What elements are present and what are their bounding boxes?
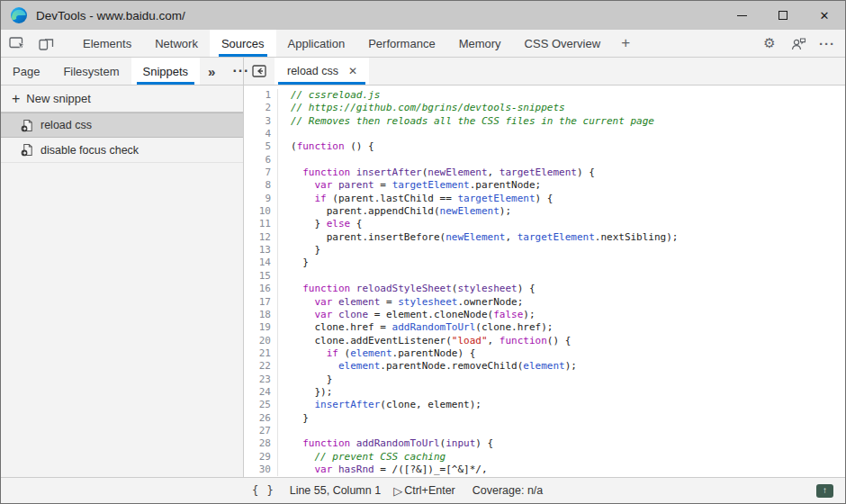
code-line[interactable]: 20 clone.addEventListener("load", functi… bbox=[244, 335, 845, 347]
sidebar-tabs: PageFilesystemSnippets » ··· bbox=[1, 58, 244, 85]
code-line[interactable]: 2// https://github.com/bgrins/devtools-s… bbox=[244, 102, 845, 114]
line-number[interactable]: 13 bbox=[244, 244, 277, 256]
code-line[interactable]: 7 function insertAfter(newElement, targe… bbox=[244, 166, 845, 179]
code-line[interactable]: 5(function () { bbox=[244, 140, 845, 153]
line-number[interactable]: 27 bbox=[244, 425, 277, 437]
line-number[interactable]: 28 bbox=[244, 437, 277, 450]
inspect-element-icon[interactable] bbox=[3, 30, 32, 57]
new-snippet-button[interactable]: + New snippet bbox=[1, 86, 243, 112]
line-number[interactable]: 30 bbox=[244, 464, 277, 476]
more-options-icon[interactable]: ··· bbox=[813, 30, 842, 57]
code-line[interactable]: 16 function reloadStyleSheet(stylesheet)… bbox=[244, 283, 845, 295]
code-line[interactable]: 23 } bbox=[244, 374, 845, 386]
line-number[interactable]: 12 bbox=[244, 231, 277, 244]
line-number[interactable]: 3 bbox=[244, 115, 277, 128]
run-snippet-hint[interactable]: ▷ Ctrl+Enter bbox=[393, 484, 455, 498]
feedback-icon[interactable] bbox=[784, 30, 813, 57]
code-line[interactable]: 26 } bbox=[244, 412, 845, 425]
format-code-button[interactable]: { } bbox=[252, 484, 274, 497]
line-number[interactable]: 14 bbox=[244, 256, 277, 269]
line-number[interactable]: 16 bbox=[244, 283, 277, 295]
code-line[interactable]: 12 parent.insertBefore(newElement, targe… bbox=[244, 231, 845, 244]
sidebar-tab-snippets[interactable]: Snippets bbox=[131, 58, 201, 85]
line-number[interactable]: 19 bbox=[244, 321, 277, 334]
snippets-sidebar: + New snippet reload cssdisable focus ch… bbox=[1, 86, 244, 477]
code-line[interactable]: 28 function addRandomToUrl(input) { bbox=[244, 437, 845, 450]
code-line[interactable]: 24 }); bbox=[244, 386, 845, 399]
more-tabs-chevron-icon[interactable]: » bbox=[200, 58, 223, 85]
code-line[interactable]: 9 if (parent.lastChild == targetElement)… bbox=[244, 193, 845, 205]
line-number[interactable]: 9 bbox=[244, 193, 277, 205]
tab-network[interactable]: Network bbox=[143, 30, 210, 57]
add-panel-icon[interactable]: + bbox=[612, 30, 639, 57]
tab-memory[interactable]: Memory bbox=[447, 30, 513, 57]
close-button[interactable]: ✕ bbox=[804, 1, 845, 30]
code-line[interactable]: 8 var parent = targetElement.parentNode; bbox=[244, 179, 845, 192]
snippet-item-disable-focus-check[interactable]: disable focus check bbox=[1, 138, 243, 163]
window-controls: ✕ bbox=[721, 1, 845, 30]
line-number[interactable]: 26 bbox=[244, 412, 277, 425]
code-line[interactable]: 30 var hasRnd = /([?&])_=[^&]*/, bbox=[244, 464, 845, 476]
sidebar-tab-page[interactable]: Page bbox=[1, 58, 51, 85]
line-number[interactable]: 10 bbox=[244, 205, 277, 218]
gutter-divider bbox=[277, 270, 284, 283]
code-line[interactable]: 6 bbox=[244, 154, 845, 166]
code-line[interactable]: 15 bbox=[244, 270, 845, 283]
code-text: clone.href = addRandomToUrl(clone.href); bbox=[284, 321, 553, 334]
line-number[interactable]: 8 bbox=[244, 179, 277, 192]
code-editor[interactable]: 1// cssreload.js2// https://github.com/b… bbox=[244, 86, 845, 477]
code-line[interactable]: 4 bbox=[244, 128, 845, 140]
line-number[interactable]: 23 bbox=[244, 374, 277, 386]
line-number[interactable]: 7 bbox=[244, 166, 277, 179]
code-line[interactable]: 27 bbox=[244, 425, 845, 437]
tab-performance[interactable]: Performance bbox=[356, 30, 446, 57]
code-line[interactable]: 10 parent.appendChild(newElement); bbox=[244, 205, 845, 218]
tab-sources[interactable]: Sources bbox=[210, 30, 276, 57]
code-line[interactable]: 14 } bbox=[244, 256, 845, 269]
line-number[interactable]: 6 bbox=[244, 154, 277, 166]
code-line[interactable]: 25 insertAfter(clone, element); bbox=[244, 399, 845, 411]
sidebar-tab-filesystem[interactable]: Filesystem bbox=[51, 58, 130, 85]
code-line[interactable]: 13 } bbox=[244, 244, 845, 256]
minimize-button[interactable] bbox=[721, 1, 762, 30]
code-line[interactable]: 18 var clone = element.cloneNode(false); bbox=[244, 309, 845, 321]
code-line[interactable]: 3// Removes then reloads all the CSS fil… bbox=[244, 115, 845, 128]
snippet-item-reload-css[interactable]: reload css bbox=[1, 112, 243, 138]
hide-navigator-icon[interactable] bbox=[244, 58, 274, 85]
editor-tab-reload-css[interactable]: reload css ✕ bbox=[274, 58, 369, 85]
close-tab-icon[interactable]: ✕ bbox=[346, 64, 360, 78]
line-number[interactable]: 22 bbox=[244, 360, 277, 373]
code-line[interactable]: 11 } else { bbox=[244, 218, 845, 230]
code-line[interactable]: 21 if (element.parentNode) { bbox=[244, 347, 845, 360]
line-number[interactable]: 24 bbox=[244, 386, 277, 399]
code-line[interactable]: 22 element.parentNode.removeChild(elemen… bbox=[244, 360, 845, 373]
line-number[interactable]: 2 bbox=[244, 102, 277, 114]
tab-application[interactable]: Application bbox=[276, 30, 357, 57]
line-number[interactable]: 5 bbox=[244, 140, 277, 153]
line-number[interactable]: 21 bbox=[244, 347, 277, 360]
open-drawer-icon[interactable]: ↑ bbox=[816, 484, 833, 498]
snippet-file-icon bbox=[21, 119, 34, 132]
code-text: // Removes then reloads all the CSS file… bbox=[284, 115, 654, 128]
line-number[interactable]: 1 bbox=[244, 89, 277, 102]
line-number[interactable]: 15 bbox=[244, 270, 277, 283]
gutter-divider bbox=[277, 89, 284, 102]
code-text bbox=[284, 270, 291, 283]
code-line[interactable]: 1// cssreload.js bbox=[244, 89, 845, 102]
line-number[interactable]: 18 bbox=[244, 309, 277, 321]
line-number[interactable]: 17 bbox=[244, 296, 277, 309]
settings-gear-icon[interactable]: ⚙ bbox=[755, 30, 784, 57]
code-line[interactable]: 19 clone.href = addRandomToUrl(clone.hre… bbox=[244, 321, 845, 334]
run-shortcut-label: Ctrl+Enter bbox=[404, 484, 455, 497]
tab-elements[interactable]: Elements bbox=[71, 30, 143, 57]
code-line[interactable]: 17 var element = stylesheet.ownerNode; bbox=[244, 296, 845, 309]
line-number[interactable]: 25 bbox=[244, 399, 277, 411]
line-number[interactable]: 11 bbox=[244, 218, 277, 230]
line-number[interactable]: 20 bbox=[244, 335, 277, 347]
maximize-button[interactable] bbox=[762, 1, 804, 30]
device-emulation-icon[interactable] bbox=[32, 30, 60, 57]
tab-css-overview[interactable]: CSS Overview bbox=[513, 30, 613, 57]
line-number[interactable]: 29 bbox=[244, 451, 277, 464]
line-number[interactable]: 4 bbox=[244, 128, 277, 140]
code-line[interactable]: 29 // prevent CSS caching bbox=[244, 451, 845, 464]
